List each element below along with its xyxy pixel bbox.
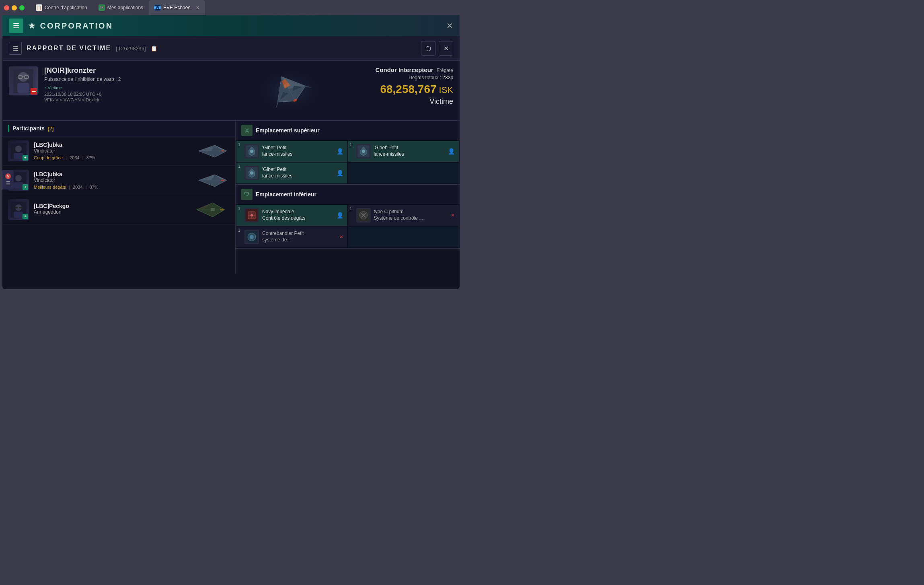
equip-qty-lower-1: 1 — [238, 206, 240, 211]
external-link-icon: ⬡ — [425, 45, 431, 52]
isk-suffix: ISK — [439, 85, 453, 95]
participant-details-3: [LBC]Peckgo Armageddon — [34, 203, 189, 216]
p-badge-1: + — [23, 155, 28, 161]
isk-value: 68,258,767 — [380, 83, 436, 96]
p-name-3: [LBC]Peckgo — [34, 203, 189, 209]
equip-item-info-lower-1: Navy impériale Contrôle des dégâts — [262, 209, 333, 221]
equip-qty-1: 1 — [238, 142, 240, 147]
equip-qty-2: 1 — [350, 142, 352, 147]
sidebar-toggle-button[interactable]: 5 ☰ — [2, 170, 14, 190]
eve-icon: EVE — [154, 4, 161, 11]
svg-point-25 — [15, 175, 22, 181]
victim-warp: Puissance de l'inhibition de warp : 2 — [44, 76, 203, 82]
p-ship-1: Vindicator — [34, 148, 189, 154]
lower-slot-icon: 🛡 — [241, 189, 253, 200]
equip-name-lower-1: Navy impériale Contrôle des dégâts — [262, 209, 333, 221]
report-actions: ⬡ ✕ — [421, 41, 453, 56]
svg-rect-26 — [14, 182, 23, 188]
tab-mes-applications[interactable]: 🎮 Mes applications — [93, 0, 149, 15]
section-bar — [8, 125, 9, 132]
tab-close-icon[interactable]: ✕ — [196, 5, 199, 10]
lower-slot-title: Emplacement inférieur — [256, 191, 316, 198]
ship-svg — [249, 66, 330, 115]
report-menu-button[interactable]: ☰ — [9, 42, 22, 55]
equip-item-icon-lower-1 — [244, 208, 259, 222]
p-name-2: [LBC]ubka — [34, 171, 189, 177]
report-title: RAPPORT DE VICTIME — [27, 45, 111, 52]
mes-apps-icon: 🎮 — [99, 4, 105, 11]
report-close-button[interactable]: ✕ — [439, 41, 453, 56]
tab-eve-echoes[interactable]: EVE EVE Echoes ✕ — [149, 0, 205, 15]
corp-menu-button[interactable]: ☰ — [9, 19, 23, 33]
copy-icon[interactable]: 📋 — [151, 45, 157, 51]
victim-name: [NOIR]kronzter — [44, 66, 203, 75]
equip-destroy-icon-2: ✕ — [339, 234, 343, 240]
upper-slot-grid: 1 'Gibet' Petit lance-missiles — [236, 140, 460, 184]
close-button[interactable] — [4, 5, 9, 10]
equip-name-lower-2: type C pithum Système de contrôle ... — [374, 209, 448, 221]
damage-value: 2324 — [442, 75, 453, 80]
equip-item-icon-lower-2 — [356, 208, 371, 222]
p-name-1: [LBC]ubka — [34, 142, 189, 148]
participant-ship-2 — [193, 170, 230, 190]
equip-item-lower-3: 1 Contrebandier Petit système de... — [236, 227, 347, 247]
minimize-button[interactable] — [12, 5, 17, 10]
equip-qty-3: 1 — [238, 164, 240, 169]
ship-display — [210, 66, 369, 115]
ship-stats: Condor Intercepteur Frégate Dégâts totau… — [375, 66, 453, 115]
equip-name-3: 'Gibet' Petit lance-missiles — [262, 167, 333, 179]
sidebar-icon: ☰ — [4, 181, 12, 186]
tab-centre-application[interactable]: 📋 Centre d'application — [30, 0, 93, 15]
external-link-button[interactable]: ⬡ — [421, 41, 435, 56]
equip-item-upper-empty — [348, 163, 459, 183]
report-container: ☰ RAPPORT DE VICTIME [ID:6298236] 📋 ⬡ ✕ — [2, 36, 460, 289]
p-ship-3: Armageddon — [34, 209, 189, 215]
svg-rect-2 — [17, 83, 29, 93]
svg-rect-36 — [19, 207, 22, 208]
victim-info: [NOIR]kronzter Puissance de l'inhibition… — [44, 66, 203, 115]
window-controls — [4, 5, 25, 10]
equip-item-upper-2: 1 'Gibet' Petit lance-missiles — [348, 141, 459, 162]
tab-centre-label: Centre d'application — [45, 5, 87, 10]
equip-name-2: 'Gibet' Petit lance-missiles — [374, 145, 445, 157]
equip-person-icon-2: 👤 — [448, 148, 455, 154]
tab-eve-label: EVE Echoes — [163, 5, 190, 10]
svg-point-49 — [362, 150, 365, 153]
participant-item-3: + [LBC]Peckgo Armageddon — [2, 195, 235, 225]
svg-point-31 — [221, 179, 224, 181]
lower-slot-grid: 1 Navy imp — [236, 204, 460, 248]
equip-destroy-icon-1: ✕ — [451, 212, 455, 218]
maximize-button[interactable] — [19, 5, 25, 10]
svg-point-23 — [221, 150, 224, 152]
equip-item-lower-2: 1 type C pithum Système de contrôle ... — [348, 205, 459, 226]
svg-point-52 — [250, 171, 253, 175]
victim-avatar: — — [9, 66, 38, 95]
participant-item: + [LBC]ubka Vindicator Coup de grâce | 2… — [2, 136, 235, 166]
equip-item-icon-2 — [356, 144, 371, 159]
equip-item-upper-1: 1 'Gibet' Petit lance-missiles — [236, 141, 347, 162]
svg-point-17 — [15, 146, 22, 152]
avatar-badge: — — [31, 88, 37, 95]
main-content: Participants [2] + — [2, 121, 460, 274]
equip-item-icon-lower-3 — [244, 230, 259, 244]
corp-close-button[interactable]: ✕ — [446, 21, 453, 31]
equip-item-lower-empty — [348, 227, 459, 247]
participant-ship-1 — [193, 141, 230, 161]
victim-timestamp: 2021/10/30 18:22:05 UTC +0 — [44, 92, 203, 97]
equip-name-lower-3: Contrebandier Petit système de... — [262, 231, 336, 243]
participant-item-2: + [LBC]ubka Vindicator Meilleurs dégâts … — [2, 166, 235, 195]
equip-item-info-3: 'Gibet' Petit lance-missiles — [262, 167, 333, 179]
equip-name-1: 'Gibet' Petit lance-missiles — [262, 145, 333, 157]
corp-title: ★ CORPORATION — [28, 21, 113, 31]
report-header: ☰ RAPPORT DE VICTIME [ID:6298236] 📋 ⬡ ✕ — [2, 36, 460, 61]
victim-section: — [NOIR]kronzter Puissance de l'inhibiti… — [2, 61, 460, 121]
p-badge-3: + — [23, 214, 28, 219]
equipment-panel: ⚔ Emplacement supérieur 1 — [236, 121, 460, 274]
victim-label-right: Victime — [375, 97, 453, 106]
main-window: ☰ ★ CORPORATION ✕ ☰ RAPPORT DE VICTIME [… — [2, 15, 460, 289]
equip-qty-lower-3: 1 — [238, 228, 240, 233]
svg-point-46 — [250, 150, 253, 153]
titlebar: 📋 Centre d'application 🎮 Mes application… — [0, 0, 462, 15]
equip-item-info-lower-3: Contrebandier Petit système de... — [262, 231, 336, 243]
lower-slot-section: 🛡 Emplacement inférieur 1 — [236, 185, 460, 249]
